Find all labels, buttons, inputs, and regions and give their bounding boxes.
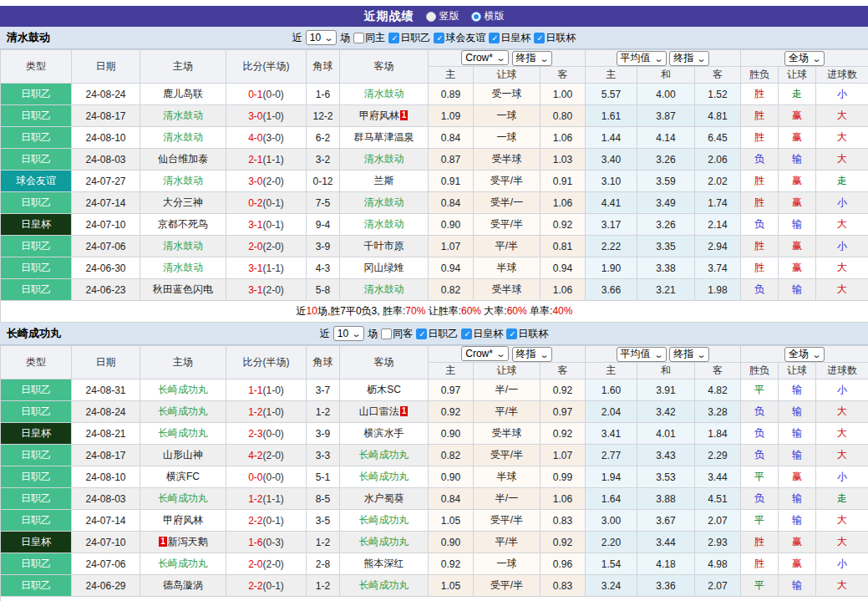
- handicap-home-odds: 0.89: [429, 84, 474, 105]
- avg-away-odds: 3.28: [695, 401, 741, 423]
- result-winlose: 胜: [741, 84, 779, 105]
- final-odds-select-a[interactable]: 终指 ⌄: [512, 51, 552, 66]
- result-goals: 走: [816, 488, 868, 510]
- avg-draw-odds: 4.01: [637, 423, 695, 445]
- match-date: 24-08-24: [72, 84, 140, 105]
- col-corner: 角球: [307, 346, 340, 379]
- league-filters: 日职乙日皇杯日联杯: [416, 327, 548, 341]
- final-odds-select-a[interactable]: 终指 ⌄: [512, 347, 552, 362]
- team-name-text: 长崎成功丸: [158, 405, 208, 417]
- league-checkbox[interactable]: [416, 329, 427, 339]
- summary-segment: 近: [297, 305, 307, 317]
- radio-icon[interactable]: [426, 12, 436, 22]
- league-type-cell: 日职乙: [1, 379, 72, 401]
- handicap-line: 平/半: [474, 236, 541, 257]
- result-winlose: 胜: [741, 553, 779, 575]
- halftime-score: (0-1): [263, 219, 284, 231]
- halftime-score: (2-0): [263, 241, 284, 252]
- avg-draw-odds: 3.53: [637, 466, 695, 488]
- score-cell: 3-1(2-0): [226, 279, 307, 301]
- league-filter[interactable]: 日职乙: [388, 31, 430, 45]
- league-filter[interactable]: 球会友谊: [434, 31, 485, 45]
- handicap-home-odds: 1.05: [429, 575, 474, 597]
- team-name-text: 长崎成功丸: [359, 514, 409, 526]
- league-filter[interactable]: 日联杯: [534, 31, 576, 45]
- team-name-text: 冈山绿雉: [364, 262, 404, 273]
- bookmaker-select[interactable]: Crow* ⌄: [461, 346, 509, 361]
- same-side-checkbox[interactable]: [353, 33, 364, 43]
- team-sections: 清水鼓动 近 10 ⌄ 场 同主 日职乙球会友谊日皇杯日联杯: [0, 27, 868, 601]
- team-name-text: 山口雷法: [359, 405, 399, 417]
- avg-away-odds: 4.51: [695, 488, 741, 510]
- bookmaker-select[interactable]: Crow* ⌄: [461, 50, 509, 65]
- handicap-select-group: Crow* ⌄ 终指 ⌄: [429, 346, 586, 363]
- league-filter[interactable]: 日皇杯: [489, 31, 530, 45]
- match-date: 24-07-06: [72, 553, 140, 575]
- table-header: 类型 日期 主场 比分(半场) 角球 客场 Crow* ⌄ 终指 ⌄: [1, 50, 868, 84]
- result-handicap: 输: [779, 423, 816, 445]
- avg-away-odds: 3.74: [695, 257, 741, 279]
- match-row: 日职乙 24-08-10 横滨FC 0-0(0-0) 5-1 长崎成功丸 0.9…: [1, 466, 868, 488]
- team-section-header: 长崎成功丸 近 10 ⌄ 场 同客 日职乙日皇杯日联杯: [0, 323, 868, 345]
- away-team: 兰斯: [340, 171, 429, 192]
- near-count-select[interactable]: 10 ⌄: [306, 30, 338, 45]
- league-type-cell: 日职乙: [1, 401, 72, 423]
- avg-draw-odds: 3.21: [637, 279, 695, 301]
- result-goals: 大: [816, 445, 868, 466]
- league-checkbox[interactable]: [534, 33, 545, 43]
- score-cell: 1-2(1-0): [226, 401, 307, 423]
- average-select[interactable]: 平均值 ⌄: [617, 347, 667, 362]
- halftime-score: (2-0): [263, 558, 284, 570]
- chevron-down-icon: ⌄: [697, 350, 707, 359]
- avg-away-odds: 2.07: [695, 575, 741, 597]
- result-handicap: 输: [779, 575, 816, 597]
- corner-score: 3-5: [307, 510, 340, 532]
- bookmaker-select-value: Crow*: [465, 348, 493, 359]
- final-odds-select-b[interactable]: 终指 ⌄: [669, 51, 709, 66]
- halftime-score: (0-1): [263, 197, 284, 209]
- col-home: 主场: [140, 50, 226, 84]
- layout-radio-vertical[interactable]: 竖版: [426, 9, 459, 23]
- handicap-home-odds: 1.07: [429, 236, 474, 257]
- league-checkbox[interactable]: [434, 33, 444, 43]
- avg-home-odds: 5.57: [586, 84, 637, 105]
- avg-home-odds: 1.61: [586, 105, 637, 127]
- team-section: 长崎成功丸 近 10 ⌄ 场 同客 日职乙日皇杯日联杯: [0, 323, 868, 601]
- league-label: 日联杯: [518, 327, 548, 341]
- league-filter[interactable]: 日职乙: [416, 327, 458, 341]
- league-checkbox[interactable]: [461, 329, 472, 339]
- scope-select[interactable]: 全场 ⌄: [784, 347, 825, 362]
- fulltime-score: 3-1: [248, 262, 262, 274]
- avg-away-odds: 2.07: [695, 510, 741, 532]
- league-type-cell: 日职乙: [1, 445, 72, 466]
- handicap-away-odds: 0.92: [541, 379, 586, 401]
- same-side-filter[interactable]: 同客: [381, 327, 413, 341]
- summary-segment: 60%: [507, 305, 527, 317]
- same-side-filter[interactable]: 同主: [353, 31, 385, 45]
- scope-select[interactable]: 全场 ⌄: [784, 51, 825, 66]
- near-count-select[interactable]: 10 ⌄: [333, 326, 365, 341]
- same-side-checkbox[interactable]: [381, 329, 392, 339]
- match-row: 日职乙 24-06-30 清水鼓动 3-1(1-1) 4-3 冈山绿雉 0.94…: [1, 257, 868, 279]
- league-type-cell: 日职乙: [1, 575, 72, 597]
- final-odds-select-b[interactable]: 终指 ⌄: [669, 347, 709, 362]
- radio-selected-icon[interactable]: [471, 12, 481, 22]
- fulltime-score: 2-2: [248, 580, 262, 592]
- league-checkbox[interactable]: [489, 33, 500, 43]
- avg-draw-odds: 4.18: [637, 553, 695, 575]
- summary-segment: 单率:: [527, 305, 553, 317]
- league-checkbox[interactable]: [388, 33, 399, 43]
- team-name-text: 长崎成功丸: [158, 384, 208, 395]
- average-select-group: 平均值 ⌄ 终指 ⌄: [586, 50, 741, 67]
- result-winlose: 负: [741, 401, 779, 423]
- league-checkbox[interactable]: [506, 329, 517, 339]
- league-filter[interactable]: 日联杯: [506, 327, 548, 341]
- average-select[interactable]: 平均值 ⌄: [617, 51, 667, 66]
- league-filter[interactable]: 日皇杯: [461, 327, 503, 341]
- result-handicap: 输: [779, 401, 816, 423]
- avg-away-odds: 2.06: [695, 149, 741, 171]
- team-name-text: 德岛漩涡: [163, 579, 203, 591]
- corner-score: 4-3: [307, 257, 340, 279]
- league-filters: 日职乙球会友谊日皇杯日联杯: [388, 31, 576, 45]
- layout-radio-horizontal[interactable]: 横版: [471, 9, 505, 23]
